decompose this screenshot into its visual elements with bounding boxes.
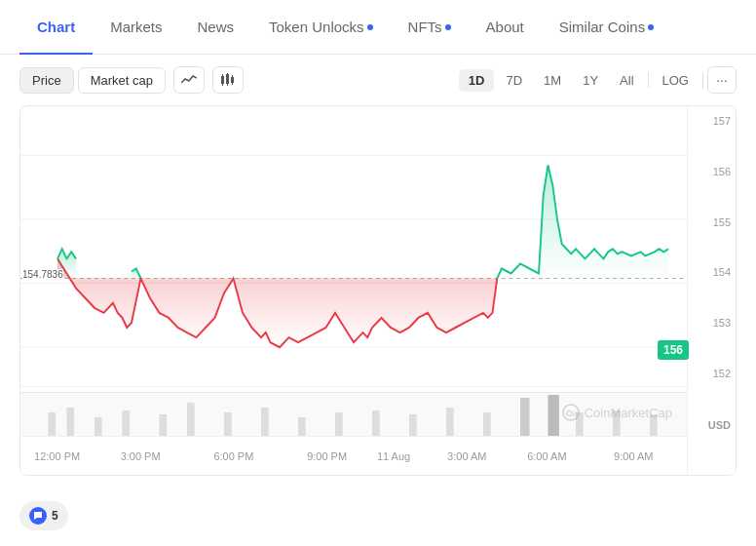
- y-label-157: 157: [693, 116, 731, 127]
- candle-icon-svg: [220, 73, 236, 87]
- svg-rect-26: [409, 414, 417, 437]
- reference-price-label: 154.7836: [22, 269, 63, 280]
- cmc-logo: C M CoinMarketCap: [562, 404, 672, 421]
- svg-rect-25: [372, 410, 380, 437]
- y-label-156: 156: [693, 167, 731, 177]
- svg-rect-18: [123, 410, 131, 437]
- x-label-3: 6:00 PM: [213, 450, 253, 462]
- time-divider-2: [702, 72, 703, 88]
- svg-rect-17: [94, 417, 102, 437]
- chat-icon: [29, 507, 47, 525]
- chart-main: 154.7836 156: [20, 106, 687, 475]
- tab-markets-label: Markets: [110, 19, 162, 35]
- tab-similar-coins-label: Similar Coins: [559, 19, 645, 35]
- chart-container: 154.7836 156: [19, 105, 737, 476]
- y-label-152: 152: [693, 369, 731, 379]
- svg-text:M: M: [571, 410, 577, 417]
- current-price-tag: 156: [658, 340, 689, 360]
- time-all[interactable]: All: [610, 69, 643, 92]
- x-axis: 12:00 PM 3:00 PM 6:00 PM 9:00 PM 11 Aug …: [20, 436, 687, 475]
- currency-label: USD: [693, 419, 731, 431]
- tab-token-unlocks[interactable]: Token Unlocks: [251, 0, 391, 55]
- y-label-155: 155: [693, 217, 731, 228]
- ellipsis-icon: ···: [716, 72, 728, 88]
- svg-rect-21: [224, 412, 232, 437]
- x-label-4: 9:00 PM: [307, 450, 347, 462]
- price-marketcap-group: Price Market cap: [19, 67, 166, 94]
- chart-inner: 154.7836 156: [20, 106, 736, 475]
- tab-news-label: News: [198, 19, 235, 35]
- tab-token-unlocks-label: Token Unlocks: [269, 19, 364, 35]
- tab-markets[interactable]: Markets: [93, 0, 179, 55]
- y-label-154: 154: [693, 267, 731, 278]
- tab-news[interactable]: News: [180, 0, 252, 55]
- x-label-8: 9:00 AM: [614, 450, 653, 462]
- tab-similar-coins[interactable]: Similar Coins: [542, 0, 671, 55]
- y-axis: 157 156 155 154 153 152 USD: [687, 106, 736, 475]
- chat-svg: [33, 511, 43, 521]
- x-label-1: 12:00 PM: [34, 450, 80, 462]
- x-label-6: 3:00 AM: [447, 450, 486, 462]
- svg-rect-2: [231, 77, 234, 83]
- time-group: 1D 7D 1M 1Y All LOG ···: [459, 66, 737, 94]
- svg-rect-20: [187, 403, 195, 437]
- y-label-153: 153: [693, 318, 731, 329]
- watermark-text: CoinMarketCap: [585, 406, 672, 420]
- tab-chart-label: Chart: [37, 19, 75, 35]
- x-label-2: 3:00 PM: [121, 450, 161, 462]
- nfts-dot: [445, 24, 451, 30]
- line-chart-icon[interactable]: [173, 66, 205, 94]
- svg-rect-28: [483, 412, 491, 437]
- tab-chart[interactable]: Chart: [19, 0, 93, 55]
- x-label-5: 11 Aug: [377, 450, 410, 462]
- svg-rect-22: [261, 408, 269, 437]
- chat-count: 5: [52, 509, 58, 523]
- svg-rect-24: [335, 412, 343, 437]
- candle-chart-icon[interactable]: [212, 66, 244, 94]
- tab-about[interactable]: About: [469, 0, 542, 55]
- svg-rect-29: [520, 398, 530, 437]
- svg-rect-1: [226, 74, 229, 84]
- time-1d[interactable]: 1D: [459, 69, 495, 92]
- tab-nfts-label: NFTs: [408, 19, 442, 35]
- svg-rect-0: [221, 76, 224, 84]
- controls-bar: Price Market cap 1D 7D 1M 1Y All LOG ···: [0, 55, 756, 105]
- time-1m[interactable]: 1M: [534, 69, 571, 92]
- token-unlocks-dot: [367, 24, 373, 30]
- watermark: C M CoinMarketCap: [562, 404, 672, 421]
- tab-bar: Chart Markets News Token Unlocks NFTs Ab…: [0, 0, 756, 55]
- price-button[interactable]: Price: [19, 67, 74, 94]
- more-button[interactable]: ···: [707, 66, 737, 94]
- marketcap-button[interactable]: Market cap: [78, 67, 166, 94]
- chart-svg: [20, 106, 687, 436]
- svg-rect-30: [548, 395, 559, 437]
- tab-nfts[interactable]: NFTs: [391, 0, 469, 55]
- tab-about-label: About: [486, 19, 524, 35]
- line-icon-svg: [181, 74, 197, 86]
- chat-bubble[interactable]: 5: [19, 501, 68, 530]
- svg-rect-27: [446, 408, 454, 437]
- log-button[interactable]: LOG: [653, 69, 699, 92]
- svg-rect-23: [298, 417, 306, 437]
- svg-rect-15: [49, 412, 57, 437]
- svg-rect-16: [67, 408, 75, 437]
- svg-rect-19: [160, 414, 168, 437]
- time-1y[interactable]: 1Y: [573, 69, 608, 92]
- time-7d[interactable]: 7D: [496, 69, 532, 92]
- cmc-logo-icon: C M: [562, 404, 580, 421]
- similar-coins-dot: [648, 24, 654, 30]
- x-label-7: 6:00 AM: [527, 450, 566, 462]
- time-divider: [648, 72, 649, 88]
